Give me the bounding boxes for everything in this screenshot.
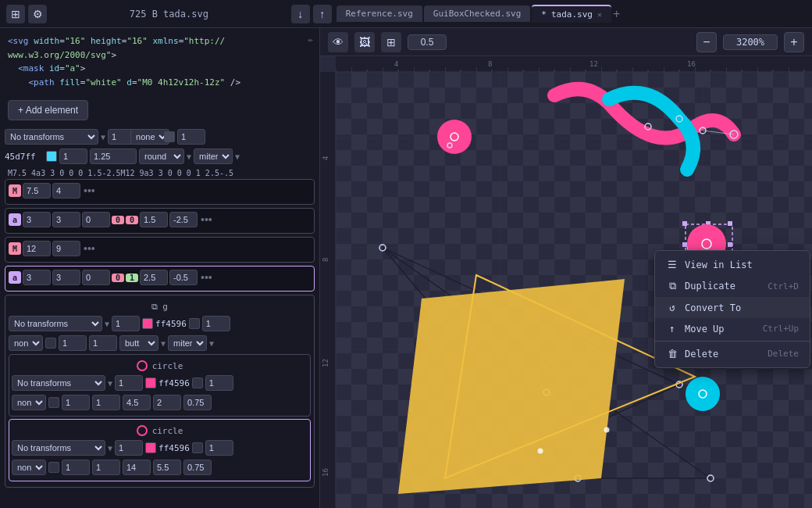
circle2-v5[interactable]	[183, 460, 212, 475]
circle2-v2[interactable]	[92, 460, 120, 475]
seg-a2-x[interactable]	[140, 270, 168, 285]
edit-icon[interactable]: ✏	[308, 33, 313, 47]
group-prop-row-1: No transforms ▼ ff4596	[9, 315, 311, 332]
seg-a2-rx[interactable]	[23, 270, 51, 285]
linecap-select[interactable]: round	[139, 148, 184, 164]
grid-value-input[interactable]	[408, 34, 447, 50]
circle2-v3[interactable]	[123, 460, 151, 475]
seg-a1-ry[interactable]	[52, 212, 80, 227]
zoom-plus-btn[interactable]: +	[784, 32, 804, 52]
seg-m1-x[interactable]	[23, 183, 51, 199]
tab-tada-close[interactable]: ✕	[597, 10, 602, 19]
circle1-stroke-swatch[interactable]	[192, 377, 203, 388]
circle2-v1[interactable]	[62, 460, 90, 475]
seg-a1-dots[interactable]: •••	[199, 213, 214, 226]
seg-a1-y[interactable]	[169, 212, 198, 227]
group-val[interactable]	[202, 316, 230, 331]
seg-a1-rx[interactable]	[23, 212, 51, 227]
circle2-v4[interactable]	[153, 460, 181, 475]
seg-a2-rot[interactable]	[82, 270, 110, 285]
circle1-v5[interactable]	[183, 395, 212, 410]
circle1-swatch2[interactable]	[48, 397, 59, 408]
apps-icon-btn[interactable]: ⊞	[6, 5, 25, 23]
val-stroke-1[interactable]	[59, 148, 87, 164]
val-stroke-width[interactable]	[90, 148, 137, 164]
seg-a1-x[interactable]	[140, 212, 168, 227]
svg-text:4: 4	[322, 156, 329, 160]
seg-a2-dots[interactable]: •••	[199, 271, 214, 284]
circle1-v4[interactable]	[153, 395, 181, 410]
circle1-prop-row-2: none	[12, 394, 308, 411]
circle2-swatch2[interactable]	[48, 462, 59, 473]
list-icon: ☰	[666, 259, 678, 270]
code-area: <svg width="16" height="16" xmlns="http:…	[0, 28, 319, 95]
seg-a1-rot[interactable]	[82, 212, 110, 227]
ctx-duplicate[interactable]: ⧉ Duplicate Ctrl+D	[655, 275, 810, 297]
group-transform-select[interactable]: No transforms	[9, 316, 102, 331]
left-panel: <svg width="16" height="16" xmlns="http:…	[0, 28, 320, 508]
circle1-v1[interactable]	[62, 395, 90, 410]
linejoin-select[interactable]: miter	[194, 148, 233, 164]
seg-m1-dots[interactable]: •••	[82, 184, 97, 197]
seg-a1-sweep[interactable]: 0	[126, 216, 138, 224]
seg-m1-y[interactable]	[52, 183, 80, 199]
group-none-select[interactable]: none	[9, 335, 43, 351]
svg-rect-31	[728, 221, 732, 226]
seg-a2-ry[interactable]	[52, 270, 80, 285]
color-swatch-empty-1[interactable]	[164, 131, 175, 142]
add-element-btn[interactable]: + Add element	[8, 100, 88, 120]
group-miter-select[interactable]: miter	[168, 335, 207, 351]
zoom-minus-btn[interactable]: −	[696, 32, 717, 52]
circle2-transform[interactable]: No transforms	[12, 440, 105, 456]
group-opacity[interactable]	[112, 316, 140, 331]
group-butt-select[interactable]: butt	[119, 335, 158, 351]
tab-guiboxchecked[interactable]: GuiBoxChecked.svg	[424, 5, 531, 22]
seg-m2-x[interactable]	[23, 241, 51, 256]
ctx-convert-to[interactable]: ↺ Convert To	[655, 297, 810, 318]
group-fill-swatch[interactable]	[142, 318, 153, 329]
circle1-transform[interactable]: No transforms	[12, 375, 105, 391]
svg-canvas[interactable]: 4 8 12 16 4 8 12 16	[320, 56, 812, 508]
upload-btn[interactable]: ↑	[313, 5, 332, 23]
seg-m2-y[interactable]	[52, 241, 80, 256]
circle2-stroke-swatch[interactable]	[192, 442, 203, 453]
seg-a2-y[interactable]	[169, 270, 198, 285]
circle1-prop-row-1: No transforms ▼ ff4596	[12, 374, 308, 392]
ctx-delete[interactable]: 🗑 Delete Delete	[655, 343, 810, 364]
transform-select-1[interactable]: No transforms	[5, 129, 98, 145]
tab-reference[interactable]: Reference.svg	[337, 5, 422, 22]
eye-btn[interactable]: 👁	[328, 32, 348, 52]
circle1-fill[interactable]	[145, 377, 156, 388]
circle1-v3[interactable]	[123, 395, 151, 410]
group-swatch2[interactable]	[45, 338, 56, 349]
val-1[interactable]	[177, 129, 205, 145]
grid-btn[interactable]: ⊞	[381, 32, 401, 52]
ctx-view-in-list[interactable]: ☰ View in List	[655, 254, 810, 275]
circle1-val[interactable]	[205, 375, 233, 391]
svg-text:8: 8	[322, 258, 329, 262]
seg-a2-sweep[interactable]: 1	[126, 274, 138, 282]
circle1-opacity[interactable]	[115, 375, 143, 391]
color-hex-label: 45d7ff	[5, 152, 44, 162]
seg-a1-large[interactable]: 0	[112, 216, 124, 224]
circle2-fill[interactable]	[145, 442, 156, 453]
circle1-none-select[interactable]: none	[12, 395, 46, 410]
circle2-opacity[interactable]	[115, 440, 143, 456]
group-v1[interactable]	[59, 335, 87, 351]
seg-m2-dots[interactable]: •••	[82, 242, 97, 255]
color-swatch-blue[interactable]	[46, 151, 57, 162]
settings-icon-btn[interactable]: ⚙	[28, 5, 47, 23]
ctx-move-up[interactable]: ↑ Move Up Ctrl+Up	[655, 318, 810, 339]
move-up-icon: ↑	[666, 323, 678, 334]
seg-a2-large[interactable]: 0	[112, 274, 124, 282]
group-stroke-swatch[interactable]	[189, 318, 200, 329]
group-v2[interactable]	[89, 335, 117, 351]
tab-tada[interactable]: * tada.svg ✕	[532, 5, 611, 23]
download-btn[interactable]: ↓	[291, 5, 310, 23]
svg-point-42	[437, 120, 472, 154]
circle2-val[interactable]	[205, 440, 233, 456]
circle1-v2[interactable]	[92, 395, 120, 410]
image-btn[interactable]: 🖼	[354, 32, 375, 52]
tab-add-btn[interactable]: +	[613, 7, 620, 21]
circle2-none-select[interactable]: none	[12, 460, 46, 475]
